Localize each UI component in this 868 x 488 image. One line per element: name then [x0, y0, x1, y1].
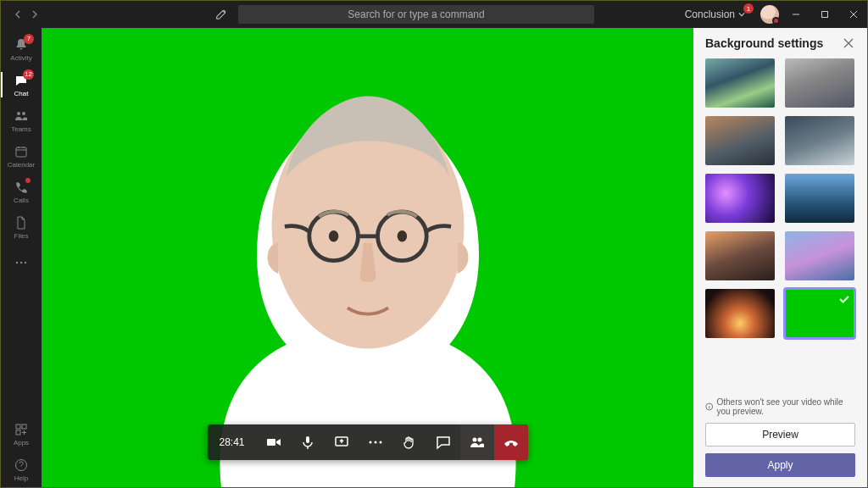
- presence-indicator: [772, 17, 780, 25]
- files-icon: [14, 216, 28, 230]
- background-option[interactable]: [785, 58, 854, 108]
- hangup-button[interactable]: [494, 424, 528, 460]
- rail-activity[interactable]: 7 Activity: [1, 31, 42, 67]
- svg-point-20: [374, 441, 376, 444]
- window-minimize-button[interactable]: [784, 3, 808, 26]
- mic-icon: [300, 435, 315, 450]
- background-option[interactable]: [705, 116, 775, 165]
- user-avatar[interactable]: [760, 5, 779, 24]
- activity-badge: 7: [24, 34, 34, 44]
- apply-button[interactable]: Apply: [705, 453, 855, 477]
- svg-rect-3: [16, 147, 26, 157]
- svg-point-19: [369, 441, 371, 444]
- raise-hand-button[interactable]: [392, 424, 426, 460]
- preview-hint: Others won't see your video while you pr…: [705, 397, 855, 416]
- app-rail: 7 Activity 12 Chat Teams Calendar Calls …: [1, 28, 42, 487]
- svg-rect-9: [16, 430, 20, 435]
- svg-point-4: [16, 262, 18, 263]
- help-icon: [14, 458, 28, 472]
- background-option[interactable]: [705, 58, 775, 108]
- rail-label: Teams: [11, 125, 31, 133]
- more-actions-button[interactable]: [359, 424, 392, 460]
- share-screen-button[interactable]: [325, 424, 359, 460]
- svg-point-23: [477, 438, 481, 442]
- rail-teams[interactable]: Teams: [1, 103, 42, 138]
- rail-label: Apps: [14, 439, 29, 446]
- search-input[interactable]: Search for or type a command: [238, 5, 594, 24]
- svg-rect-16: [267, 439, 275, 446]
- toggle-camera-button[interactable]: [257, 424, 291, 460]
- background-settings-panel: Background settings Others won't see you…: [693, 28, 867, 487]
- camera-icon: [266, 435, 281, 450]
- share-icon: [334, 435, 349, 450]
- rail-label: Chat: [14, 90, 29, 97]
- info-icon: [705, 402, 713, 412]
- background-option-selected[interactable]: [785, 289, 854, 338]
- nav-back-button[interactable]: [11, 8, 25, 21]
- rail-calls[interactable]: Calls: [1, 174, 42, 209]
- window-close-button[interactable]: [842, 3, 865, 26]
- background-option[interactable]: [785, 116, 854, 165]
- rail-calendar[interactable]: Calendar: [1, 138, 42, 174]
- more-icon: [14, 261, 28, 264]
- nav-forward-button[interactable]: [28, 8, 42, 21]
- video-stage: 28:41: [42, 28, 693, 487]
- apps-icon: [14, 423, 28, 436]
- calls-dot: [25, 178, 31, 183]
- panel-title: Background settings: [705, 36, 823, 50]
- toggle-mic-button[interactable]: [291, 424, 325, 460]
- svg-point-15: [397, 230, 407, 241]
- rail-files[interactable]: Files: [1, 209, 42, 245]
- svg-point-14: [328, 230, 338, 241]
- background-option[interactable]: [785, 174, 854, 223]
- show-participants-button[interactable]: [460, 424, 494, 460]
- background-option[interactable]: [705, 231, 775, 280]
- title-bar: Search for or type a command Conclusion …: [1, 1, 867, 28]
- more-icon: [368, 441, 383, 444]
- background-option[interactable]: [785, 231, 854, 280]
- background-thumbnails: [693, 58, 867, 391]
- svg-point-22: [472, 438, 476, 442]
- hand-icon: [402, 435, 417, 450]
- search-placeholder: Search for or type a command: [348, 8, 484, 20]
- tenant-switcher[interactable]: Conclusion 1: [685, 8, 745, 20]
- rail-label: Files: [14, 232, 29, 240]
- svg-point-5: [20, 262, 22, 263]
- tenant-name: Conclusion: [685, 8, 735, 20]
- compose-button[interactable]: [213, 6, 230, 23]
- calendar-icon: [14, 145, 28, 158]
- call-duration: 28:41: [207, 436, 256, 448]
- call-control-bar: 28:41: [207, 424, 527, 460]
- svg-point-6: [25, 262, 26, 263]
- background-option[interactable]: [705, 289, 775, 338]
- chat-icon: [436, 435, 451, 450]
- preview-button[interactable]: Preview: [705, 423, 855, 446]
- people-icon: [470, 435, 485, 450]
- teams-icon: [14, 109, 28, 123]
- svg-rect-17: [306, 436, 309, 443]
- svg-rect-0: [822, 12, 828, 18]
- chat-badge: 12: [23, 69, 34, 80]
- self-video-person: [190, 64, 546, 487]
- hangup-icon: [503, 434, 520, 451]
- show-chat-button[interactable]: [426, 424, 460, 460]
- rail-chat[interactable]: 12 Chat: [1, 67, 42, 103]
- panel-close-button[interactable]: [842, 36, 855, 50]
- rail-label: Activity: [10, 54, 31, 62]
- background-option[interactable]: [705, 174, 775, 223]
- svg-rect-8: [22, 424, 26, 429]
- svg-point-1: [17, 112, 20, 115]
- svg-rect-7: [16, 424, 20, 429]
- rail-apps[interactable]: Apps: [1, 416, 42, 452]
- rail-label: Calls: [14, 197, 29, 204]
- rail-more[interactable]: [1, 245, 42, 280]
- rail-help[interactable]: Help: [1, 452, 42, 487]
- close-icon: [843, 38, 854, 48]
- svg-point-21: [379, 441, 381, 444]
- svg-point-2: [22, 112, 25, 115]
- check-icon: [837, 292, 851, 306]
- tenant-badge: 1: [743, 3, 754, 14]
- window-maximize-button[interactable]: [813, 3, 837, 26]
- rail-label: Help: [14, 474, 28, 482]
- rail-label: Calendar: [8, 161, 35, 169]
